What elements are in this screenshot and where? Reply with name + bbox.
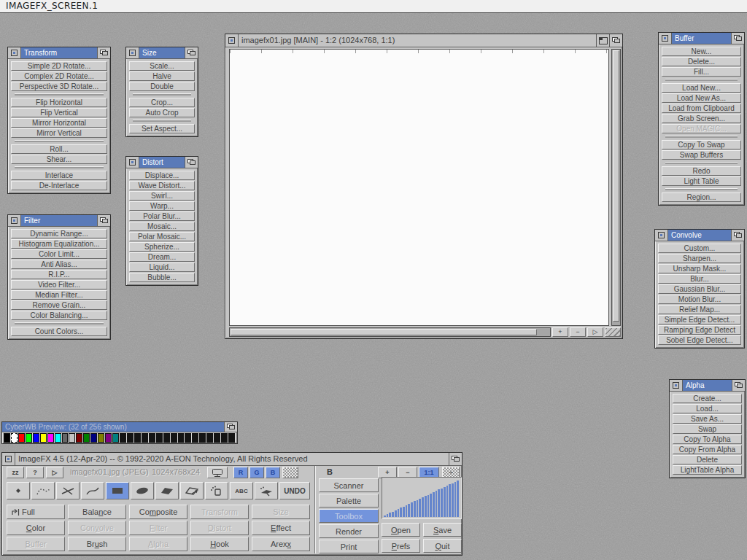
filter-count-colors-button[interactable]: Count Colors... xyxy=(11,327,107,336)
horizontal-scroll-knob[interactable] xyxy=(231,329,537,335)
zoom-in-button[interactable]: + xyxy=(552,327,568,337)
color-swatch[interactable] xyxy=(33,433,39,443)
filter-titlebar[interactable]: Filter xyxy=(8,215,110,227)
color-swatch[interactable] xyxy=(178,433,185,443)
buffer-swap-buffers-button[interactable]: Swap Buffers xyxy=(662,150,741,160)
color-swatch[interactable] xyxy=(221,433,228,443)
transform-mirror-vertical-button[interactable]: Mirror Vertical xyxy=(11,128,107,138)
depth-gadget[interactable] xyxy=(731,230,744,241)
distort-wave-distort-button[interactable]: Wave Distort... xyxy=(129,181,195,190)
color-swatch[interactable] xyxy=(163,433,170,443)
render-button[interactable]: Render xyxy=(319,524,379,538)
color-swatch[interactable] xyxy=(76,433,82,443)
transform-mirror-horizontal-button[interactable]: Mirror Horizontal xyxy=(11,118,107,128)
distort-warp-button[interactable]: Warp... xyxy=(129,201,195,211)
convolve-relief-map-button[interactable]: Relief Map... xyxy=(658,305,741,314)
alpha-delete-button[interactable]: Delete xyxy=(673,455,742,464)
color-swatch[interactable] xyxy=(62,433,69,443)
toolbox-button[interactable]: Toolbox xyxy=(319,509,379,523)
horizontal-scrollbar[interactable] xyxy=(229,327,551,337)
color-swatch[interactable] xyxy=(214,433,220,443)
size-auto-crop-button[interactable]: Auto Crop xyxy=(129,108,195,117)
transform-titlebar[interactable]: Transform xyxy=(8,47,110,59)
color-swatch[interactable] xyxy=(55,433,61,443)
composite-button[interactable]: Composite xyxy=(129,505,187,519)
depth-gadget[interactable] xyxy=(224,422,237,432)
distort-bubble-button[interactable]: Bubble... xyxy=(129,273,195,282)
depth-gadget[interactable] xyxy=(449,453,462,465)
convolve-sobel-edge-detect-button[interactable]: Sobel Edge Detect... xyxy=(658,335,741,345)
text-tool-button[interactable]: ABC xyxy=(230,482,253,499)
distort-dream-button[interactable]: Dream... xyxy=(129,252,195,262)
size-crop-button[interactable]: Crop... xyxy=(129,98,195,107)
color-button[interactable]: Color xyxy=(7,521,65,535)
image-canvas[interactable] xyxy=(229,49,609,326)
green-channel-button[interactable]: G xyxy=(249,467,264,478)
buffer-redo-button[interactable]: Redo xyxy=(662,166,741,176)
fill-tool-button[interactable] xyxy=(180,482,204,499)
box-tool-button[interactable] xyxy=(106,482,129,499)
transform-complex-2d-rotate-button[interactable]: Complex 2D Rotate... xyxy=(11,71,107,81)
buffer-fill-button[interactable]: Fill... xyxy=(662,67,741,77)
convolve-custom-button[interactable]: Custom... xyxy=(658,244,741,253)
close-gadget[interactable] xyxy=(225,34,239,47)
buffer-light-table-button[interactable]: Light Table xyxy=(662,176,741,186)
spray-tool-button[interactable] xyxy=(205,482,228,499)
undo-button[interactable]: UNDO xyxy=(279,482,310,499)
buffer-new-button[interactable]: New... xyxy=(662,47,741,56)
color-swatch[interactable] xyxy=(127,433,133,443)
buffer-titlebar[interactable]: Buffer xyxy=(659,33,744,44)
color-swatch[interactable] xyxy=(26,433,32,443)
alpha-copy-from-alpha-button[interactable]: Copy From Alpha xyxy=(673,445,742,454)
help-button[interactable]: ? xyxy=(26,467,44,478)
resize-gadget[interactable] xyxy=(605,327,621,337)
transform-flip-vertical-button[interactable]: Flip Vertical xyxy=(11,108,107,117)
hook-button[interactable]: Hook xyxy=(190,537,249,551)
iconify-button[interactable]: ▷ xyxy=(46,467,63,478)
transform-interlace-button[interactable]: Interlace xyxy=(11,171,107,180)
alpha-save-as-button[interactable]: Save As... xyxy=(673,414,742,424)
blue-channel-button[interactable]: B xyxy=(266,467,280,478)
color-swatch[interactable] xyxy=(228,433,235,443)
distort-mosaic-button[interactable]: Mosaic... xyxy=(129,222,195,231)
freehand-tool-button[interactable] xyxy=(31,482,55,499)
convolve-gaussian-blur-button[interactable]: Gaussian Blur... xyxy=(658,284,741,294)
line-tool-button[interactable] xyxy=(56,482,80,499)
depth-gadget[interactable] xyxy=(609,34,622,47)
alpha-lighttable-alpha-button[interactable]: LightTable Alpha xyxy=(673,465,742,475)
filter-color-limit-button[interactable]: Color Limit... xyxy=(11,249,107,259)
toolbox-titlebar[interactable]: ImageFX 4.5 (12-Apr-20) -- © 1992-2020 A… xyxy=(2,453,462,466)
size-scale-button[interactable]: Scale... xyxy=(129,61,195,71)
red-channel-button[interactable]: R xyxy=(233,467,248,478)
save-button[interactable]: Save xyxy=(423,523,462,537)
alpha-swap-button[interactable]: Swap xyxy=(673,424,742,434)
buffer-load-new-as-button[interactable]: Load New As... xyxy=(662,93,741,103)
preview-titlebar[interactable]: CyberWB Preview: (32 of 256 shown) xyxy=(2,422,237,432)
buffer-grab-screen-button[interactable]: Grab Screen... xyxy=(662,114,741,123)
convolve-sharpen-button[interactable]: Sharpen... xyxy=(658,254,741,263)
size-double-button[interactable]: Double xyxy=(129,82,195,91)
distort-displace-button[interactable]: Displace... xyxy=(129,171,195,180)
filter-r-i-p-button[interactable]: R.I.P... xyxy=(11,270,107,279)
color-swatch[interactable] xyxy=(134,433,141,443)
transform-de-interlace-button[interactable]: De-Interlace xyxy=(11,181,107,190)
color-swatch[interactable] xyxy=(69,433,75,443)
transform-roll-button[interactable]: Roll... xyxy=(11,144,107,154)
vertical-scroll-knob[interactable] xyxy=(613,50,619,322)
close-gadget[interactable] xyxy=(126,47,139,58)
balance-button[interactable]: Balance xyxy=(68,505,126,519)
color-swatch[interactable] xyxy=(185,433,191,443)
buffer-copy-to-swap-button[interactable]: Copy To Swap xyxy=(662,140,741,149)
point-tool-button[interactable] xyxy=(7,482,30,499)
filter-video-filter-button[interactable]: Video Filter... xyxy=(11,280,107,289)
color-swatch[interactable] xyxy=(142,433,148,443)
window-zoom-gadget[interactable] xyxy=(596,34,609,47)
screen-titlebar[interactable]: IMAGEFX_SCREEN.1 xyxy=(0,0,747,13)
alpha-create-button[interactable]: Create... xyxy=(673,394,742,403)
filter-histogram-equalization-button[interactable]: Histogram Equalization... xyxy=(11,239,107,249)
color-swatch[interactable] xyxy=(192,433,198,443)
color-swatch[interactable] xyxy=(156,433,163,443)
color-swatch[interactable] xyxy=(149,433,155,443)
depth-gadget[interactable] xyxy=(97,215,110,226)
filter-median-filter-button[interactable]: Median Filter... xyxy=(11,290,107,300)
